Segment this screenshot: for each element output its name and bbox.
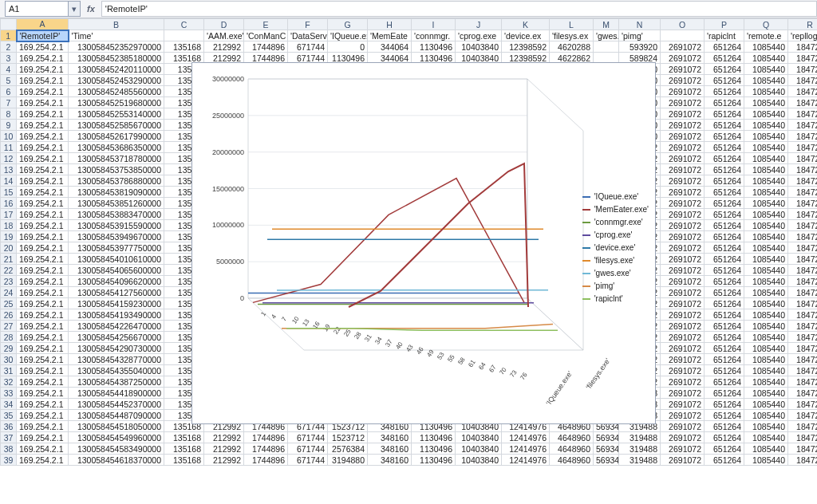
cell[interactable]: 1085440 <box>744 220 788 231</box>
cell[interactable]: 1847296 <box>788 120 818 131</box>
col-header-H[interactable]: H <box>368 19 412 30</box>
cell[interactable]: 10403840 <box>456 432 502 443</box>
cell[interactable]: 212992 <box>204 41 244 53</box>
cell[interactable]: 1085440 <box>744 421 788 432</box>
cell[interactable]: 1085440 <box>744 209 788 220</box>
fx-icon[interactable]: fx <box>87 4 95 14</box>
cell[interactable]: 319488 <box>619 443 661 455</box>
embedded-chart[interactable]: 0500000010000000150000002000000025000000… <box>191 62 656 424</box>
col-header-J[interactable]: J <box>456 19 502 30</box>
cell[interactable]: 651264 <box>705 131 744 142</box>
row-header-2[interactable]: 2 <box>1 41 17 53</box>
cell[interactable]: 135168 <box>164 432 204 443</box>
cell[interactable]: 4648960 <box>550 455 594 466</box>
row-header-18[interactable]: 18 <box>1 220 17 231</box>
cell[interactable]: 1847296 <box>788 354 818 365</box>
cell[interactable]: 1847296 <box>788 131 818 142</box>
row-header-16[interactable]: 16 <box>1 198 17 209</box>
select-all[interactable] <box>1 19 17 30</box>
cell[interactable]: 130058454418900000 <box>69 388 164 399</box>
cell[interactable]: 2691072 <box>661 120 705 131</box>
cell[interactable]: 169.254.2.1 <box>17 365 69 376</box>
cell[interactable]: 651264 <box>705 388 744 399</box>
cell[interactable]: 2691072 <box>661 53 705 64</box>
cell[interactable]: 'filesys.ex <box>550 30 594 41</box>
cell[interactable]: 130058454159230000 <box>69 298 164 309</box>
cell[interactable]: 130058454290730000 <box>69 343 164 354</box>
row-header-34[interactable]: 34 <box>1 399 17 410</box>
cell[interactable]: 135168 <box>164 455 204 466</box>
cell[interactable]: 169.254.2.1 <box>17 120 69 131</box>
cell[interactable]: 1085440 <box>744 153 788 164</box>
row-header-36[interactable]: 36 <box>1 421 17 432</box>
cell[interactable]: 2691072 <box>661 455 705 466</box>
cell[interactable]: 1847296 <box>788 365 818 376</box>
cell[interactable]: 2691072 <box>661 64 705 75</box>
cell[interactable]: 651264 <box>705 41 744 53</box>
cell[interactable]: 130058454096620000 <box>69 276 164 287</box>
cell[interactable]: 1847296 <box>788 231 818 242</box>
row-header-39[interactable]: 39 <box>1 455 17 466</box>
cell[interactable]: 130058454618370000 <box>69 455 164 466</box>
cell[interactable]: 1847296 <box>788 432 818 443</box>
cell[interactable]: 2691072 <box>661 332 705 343</box>
row-header-11[interactable]: 11 <box>1 142 17 153</box>
cell[interactable]: 671744 <box>288 455 328 466</box>
cell[interactable]: 1847296 <box>788 242 818 254</box>
cell[interactable]: 1085440 <box>744 97 788 108</box>
row-header-13[interactable]: 13 <box>1 164 17 175</box>
row-header-15[interactable]: 15 <box>1 187 17 198</box>
col-header-E[interactable]: E <box>244 19 288 30</box>
cell[interactable]: 651264 <box>705 53 744 64</box>
name-box[interactable]: A1 <box>5 1 69 17</box>
cell[interactable]: 130058453819090000 <box>69 187 164 198</box>
cell[interactable]: 130058454193490000 <box>69 309 164 321</box>
cell[interactable]: 1085440 <box>744 410 788 421</box>
cell[interactable]: 651264 <box>705 97 744 108</box>
cell[interactable]: 1085440 <box>744 131 788 142</box>
cell[interactable]: 2691072 <box>661 187 705 198</box>
cell[interactable]: 2691072 <box>661 153 705 164</box>
cell[interactable]: 1744896 <box>244 443 288 455</box>
cell[interactable]: 1085440 <box>744 265 788 276</box>
cell[interactable]: 2691072 <box>661 220 705 231</box>
cell[interactable]: 1744896 <box>244 455 288 466</box>
cell[interactable]: 1085440 <box>744 198 788 209</box>
cell[interactable]: 2691072 <box>661 198 705 209</box>
cell[interactable]: 651264 <box>705 64 744 75</box>
cell[interactable]: 130058453977750000 <box>69 242 164 254</box>
cell[interactable]: 1847296 <box>788 86 818 97</box>
cell[interactable]: 1085440 <box>744 254 788 265</box>
cell[interactable]: 2691072 <box>661 343 705 354</box>
row-header-25[interactable]: 25 <box>1 298 17 309</box>
cell[interactable]: 1085440 <box>744 53 788 64</box>
cell[interactable]: 1085440 <box>744 187 788 198</box>
col-header-Q[interactable]: Q <box>744 19 788 30</box>
cell[interactable]: 3194880 <box>328 455 368 466</box>
cell[interactable]: 1085440 <box>744 75 788 86</box>
cell[interactable]: 10403840 <box>456 443 502 455</box>
cell[interactable]: 1085440 <box>744 120 788 131</box>
cell[interactable]: 1085440 <box>744 298 788 309</box>
cell[interactable]: 1847296 <box>788 399 818 410</box>
cell[interactable]: 4648960 <box>550 432 594 443</box>
cell[interactable]: 651264 <box>705 332 744 343</box>
cell[interactable]: 169.254.2.1 <box>17 131 69 142</box>
cell[interactable]: 169.254.2.1 <box>17 175 69 187</box>
cell[interactable]: 'cprog.exe <box>456 30 502 41</box>
row-header-20[interactable]: 20 <box>1 242 17 254</box>
cell[interactable]: 4620288 <box>550 41 594 53</box>
cell[interactable] <box>661 30 705 41</box>
cell[interactable]: 2691072 <box>661 376 705 388</box>
cell[interactable]: 1085440 <box>744 343 788 354</box>
cell[interactable]: 130058454065600000 <box>69 265 164 276</box>
col-header-F[interactable]: F <box>288 19 328 30</box>
cell[interactable]: 2691072 <box>661 108 705 120</box>
col-header-I[interactable]: I <box>412 19 456 30</box>
cell[interactable]: 651264 <box>705 108 744 120</box>
cell[interactable]: 169.254.2.1 <box>17 75 69 86</box>
cell[interactable]: 671744 <box>288 443 328 455</box>
cell[interactable]: 1130496 <box>412 443 456 455</box>
cell[interactable]: 1847296 <box>788 164 818 175</box>
cell[interactable]: 651264 <box>705 175 744 187</box>
